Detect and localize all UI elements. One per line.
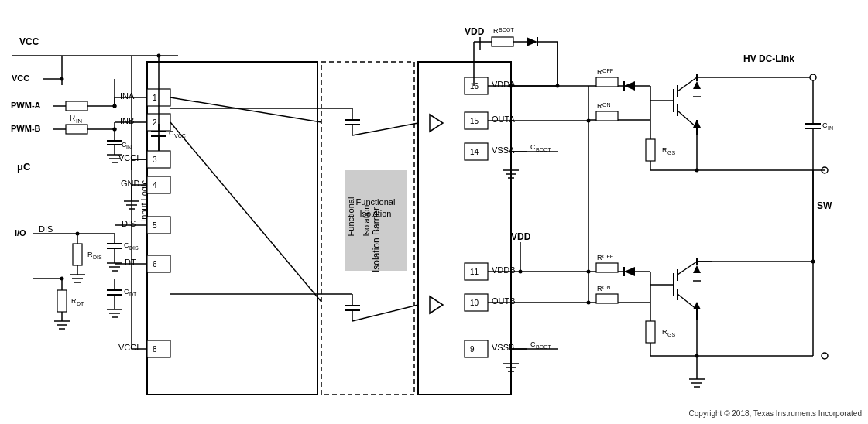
svg-text:6: 6 [153, 260, 157, 268]
svg-point-284 [587, 301, 591, 305]
svg-text:R: R [70, 114, 75, 122]
svg-text:SW: SW [817, 200, 832, 211]
svg-text:IN: IN [76, 118, 82, 125]
copyright-text: Copyright © 2018, Texas Instruments Inco… [689, 409, 862, 418]
svg-text:Isolation Barrier: Isolation Barrier [371, 207, 382, 272]
svg-text:C: C [530, 340, 536, 348]
svg-rect-81 [147, 151, 170, 168]
svg-text:4: 4 [153, 181, 157, 190]
svg-text:OUTA: OUTA [492, 115, 515, 124]
svg-text:DIS: DIS [93, 255, 102, 260]
svg-text:VDD: VDD [511, 231, 531, 242]
svg-text:OUTB: OUTB [492, 296, 516, 306]
svg-text:GS: GS [667, 332, 675, 337]
svg-text:Functional: Functional [356, 197, 396, 207]
svg-rect-14 [66, 125, 87, 134]
svg-text:R: R [87, 251, 93, 258]
svg-text:PWM-A: PWM-A [11, 101, 41, 110]
svg-text:R: R [597, 102, 602, 110]
svg-text:10: 10 [470, 299, 479, 307]
svg-text:R: R [597, 68, 602, 76]
svg-point-293 [113, 104, 117, 108]
svg-rect-153 [465, 340, 488, 357]
svg-text:8: 8 [153, 345, 157, 354]
svg-rect-162 [492, 37, 513, 46]
svg-text:R: R [597, 285, 602, 292]
svg-text:C: C [124, 241, 129, 249]
svg-text:PWM-B: PWM-B [11, 124, 41, 133]
svg-text:14: 14 [470, 148, 479, 156]
svg-text:C: C [124, 288, 129, 296]
svg-rect-71 [147, 62, 317, 395]
svg-rect-238 [596, 263, 618, 272]
svg-point-6 [60, 77, 64, 81]
svg-text:5: 5 [153, 221, 157, 230]
svg-text:C: C [530, 143, 536, 151]
svg-rect-263 [646, 321, 655, 343]
svg-text:R: R [662, 146, 667, 154]
svg-text:C: C [822, 121, 828, 129]
svg-text:VDDB: VDDB [492, 265, 516, 275]
svg-text:I/O: I/O [15, 228, 26, 238]
svg-text:VDD: VDD [465, 26, 485, 37]
svg-text:OFF: OFF [602, 68, 613, 74]
svg-text:OFF: OFF [602, 254, 613, 259]
svg-rect-84 [147, 176, 170, 193]
svg-rect-55 [57, 290, 67, 312]
svg-text:3: 3 [153, 156, 157, 164]
svg-text:11: 11 [470, 268, 479, 276]
svg-rect-87 [147, 217, 170, 234]
svg-text:Functional: Functional [346, 197, 355, 237]
svg-point-272 [811, 260, 815, 264]
svg-text:DIS: DIS [129, 245, 139, 251]
svg-text:DT: DT [129, 292, 137, 297]
svg-rect-36 [73, 244, 82, 265]
svg-text:INA: INA [120, 91, 135, 101]
svg-text:VCCI: VCCI [118, 153, 139, 162]
svg-text:DIS: DIS [39, 224, 53, 234]
svg-rect-199 [596, 111, 618, 121]
svg-text:DT: DT [77, 301, 84, 306]
svg-point-100 [157, 54, 161, 58]
svg-text:R: R [71, 297, 77, 305]
svg-text:DIS: DIS [122, 219, 136, 228]
svg-text:VDDA: VDDA [492, 80, 516, 89]
svg-text:1: 1 [153, 94, 157, 102]
svg-rect-192 [596, 77, 618, 87]
svg-text:9: 9 [470, 345, 475, 354]
svg-rect-95 [147, 340, 170, 357]
svg-text:BOOT: BOOT [499, 27, 515, 32]
svg-text:IN: IN [828, 125, 833, 131]
svg-text:C: C [169, 129, 174, 137]
svg-text:ON: ON [602, 102, 611, 108]
svg-text:2: 2 [153, 118, 157, 127]
svg-rect-245 [596, 294, 618, 303]
svg-text:16: 16 [470, 82, 479, 91]
svg-text:HV DC-Link: HV DC-Link [743, 53, 794, 64]
svg-text:DT: DT [125, 258, 136, 267]
svg-rect-9 [66, 101, 87, 111]
svg-text:R: R [493, 27, 499, 35]
svg-point-291 [587, 270, 591, 274]
svg-rect-217 [646, 139, 655, 161]
svg-text:GS: GS [667, 150, 675, 156]
svg-text:15: 15 [470, 117, 479, 125]
svg-text:R: R [662, 328, 667, 336]
svg-text:VCC: VCC [19, 36, 39, 47]
svg-text:R: R [597, 254, 602, 262]
svg-rect-91 [147, 255, 170, 272]
svg-text:VCCI: VCCI [118, 343, 139, 352]
svg-text:ON: ON [602, 285, 611, 290]
svg-text:VCC: VCC [12, 74, 29, 83]
svg-point-295 [113, 128, 117, 132]
svg-text:μC: μC [17, 161, 31, 173]
svg-text:IN: IN [126, 145, 132, 150]
svg-text:GND: GND [121, 179, 140, 188]
